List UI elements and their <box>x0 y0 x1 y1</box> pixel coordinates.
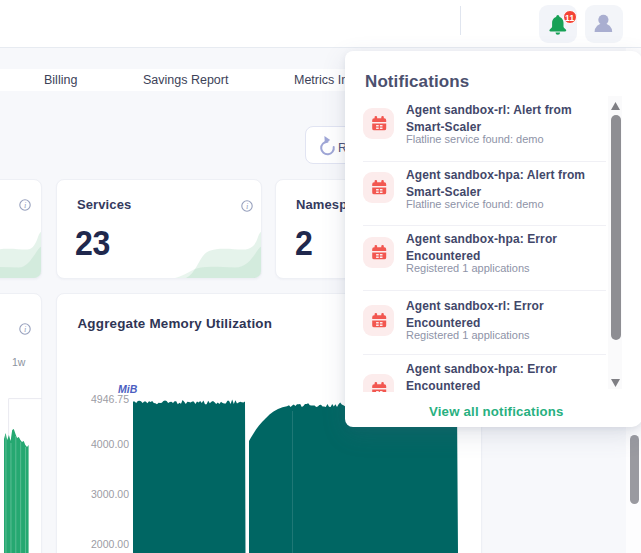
svg-text:i: i <box>24 323 27 333</box>
